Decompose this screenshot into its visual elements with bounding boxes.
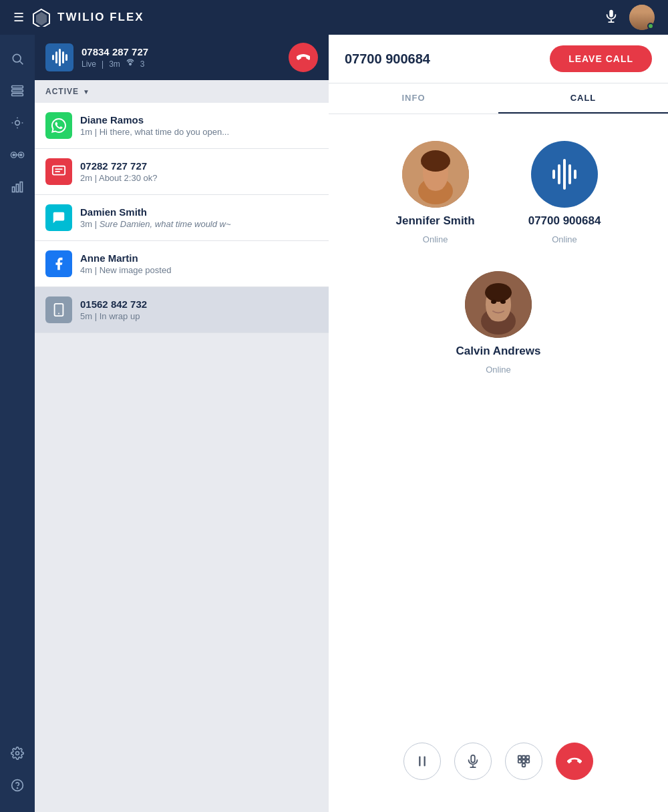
participant-status-calvin: Online bbox=[486, 365, 511, 375]
task-preview: 4m | New image posted bbox=[80, 265, 318, 275]
nav-item-settings[interactable] bbox=[4, 740, 31, 767]
task-item[interactable]: 01562 842 732 5m | In wrap up bbox=[35, 287, 329, 333]
logo-area: TWILIO FLEX bbox=[32, 8, 144, 27]
task-name: 01562 842 732 bbox=[80, 298, 318, 310]
nav-item-quality[interactable] bbox=[4, 142, 31, 168]
main-layout: 07834 287 727 Live | 3m 3 bbox=[0, 35, 668, 812]
task-preview: 1m | Hi there, what time do you open... bbox=[80, 127, 318, 137]
svg-rect-8 bbox=[12, 89, 23, 91]
whatsapp-icon bbox=[45, 112, 72, 139]
participant-name-wave: 07700 900684 bbox=[528, 214, 601, 228]
call-phone-number: 07700 900684 bbox=[345, 51, 430, 67]
tab-call[interactable]: CALL bbox=[498, 83, 668, 114]
svg-point-5 bbox=[13, 54, 21, 62]
keypad-button[interactable] bbox=[505, 743, 542, 780]
wave-avatar-animation bbox=[552, 159, 576, 190]
participant-jennifer: Jennifer Smith Online bbox=[396, 141, 475, 244]
nav-item-search[interactable] bbox=[4, 45, 31, 72]
nav-item-insights[interactable] bbox=[4, 110, 31, 136]
task-item[interactable]: 07282 727 727 2m | About 2:30 ok? bbox=[35, 149, 329, 195]
task-name: Anne Martin bbox=[80, 252, 318, 264]
task-content: Anne Martin 4m | New image posted bbox=[80, 252, 318, 275]
svg-rect-16 bbox=[13, 187, 15, 192]
svg-rect-9 bbox=[12, 93, 23, 95]
pause-button[interactable] bbox=[403, 743, 441, 780]
participant-status-wave: Online bbox=[552, 234, 577, 244]
panel-tabs: INFO CALL bbox=[329, 83, 668, 114]
svg-rect-47 bbox=[518, 760, 522, 763]
active-call-meta: Live | 3m 3 bbox=[81, 59, 281, 69]
leave-call-button[interactable]: LEAVE CALL bbox=[550, 45, 652, 72]
participants-row: Jennifer Smith Online 07700 9 bbox=[396, 141, 601, 244]
participant-status-jennifer: Online bbox=[423, 234, 448, 244]
jennifer-photo bbox=[402, 141, 469, 208]
participant-wave: 07700 900684 Online bbox=[528, 141, 601, 244]
svg-rect-7 bbox=[12, 86, 23, 88]
call-wave-icon bbox=[45, 43, 73, 71]
header-right bbox=[604, 5, 655, 30]
participant-avatar-calvin bbox=[465, 271, 532, 338]
active-call-info: 07834 287 727 Live | 3m 3 bbox=[81, 46, 281, 69]
filter-dropdown-arrow[interactable]: ▼ bbox=[83, 88, 90, 95]
tasks-panel: 07834 287 727 Live | 3m 3 bbox=[35, 35, 329, 812]
task-name: Diane Ramos bbox=[80, 114, 318, 126]
task-item[interactable]: Damien Smith 3m | Sure Damien, what time… bbox=[35, 195, 329, 241]
task-item[interactable]: Anne Martin 4m | New image posted bbox=[35, 241, 329, 287]
task-content: 07282 727 727 2m | About 2:30 ok? bbox=[80, 160, 318, 183]
participant-name-jennifer: Jennifer Smith bbox=[396, 214, 475, 228]
svg-rect-50 bbox=[522, 764, 526, 767]
task-item[interactable]: Diane Ramos 1m | Hi there, what time do … bbox=[35, 103, 329, 149]
menu-icon[interactable]: ☰ bbox=[13, 10, 24, 25]
svg-point-36 bbox=[485, 283, 512, 302]
call-controls bbox=[387, 727, 609, 796]
task-name: 07282 727 727 bbox=[80, 160, 318, 172]
svg-point-37 bbox=[491, 300, 496, 304]
svg-line-6 bbox=[20, 61, 23, 65]
task-filter: ACTIVE ▼ bbox=[35, 80, 329, 103]
svg-rect-18 bbox=[20, 182, 22, 192]
hangup-button[interactable] bbox=[556, 743, 593, 780]
call-content: Jennifer Smith Online 07700 9 bbox=[329, 114, 668, 812]
task-content: Damien Smith 3m | Sure Damien, what time… bbox=[80, 206, 318, 229]
task-list: Diane Ramos 1m | Hi there, what time do … bbox=[35, 103, 329, 812]
tab-info[interactable]: INFO bbox=[329, 83, 498, 114]
participant-name-calvin: Calvin Andrews bbox=[456, 345, 541, 358]
svg-rect-46 bbox=[526, 756, 530, 759]
user-avatar[interactable] bbox=[629, 5, 655, 30]
active-call-bar: 07834 287 727 Live | 3m 3 bbox=[35, 35, 329, 80]
participant-calvin: Calvin Andrews Online bbox=[456, 271, 541, 375]
app-title: TWILIO FLEX bbox=[57, 11, 144, 24]
svg-rect-48 bbox=[522, 760, 526, 763]
mute-button[interactable] bbox=[454, 743, 492, 780]
nav-item-analytics[interactable] bbox=[4, 174, 31, 200]
online-status-dot bbox=[647, 23, 654, 29]
svg-rect-45 bbox=[522, 756, 526, 759]
active-call-number: 07834 287 727 bbox=[81, 46, 281, 57]
svg-point-22 bbox=[129, 63, 131, 65]
right-panel: 07700 900684 LEAVE CALL INFO CALL bbox=[329, 35, 668, 812]
microphone-icon[interactable] bbox=[604, 9, 619, 27]
twilio-logo-icon bbox=[32, 8, 51, 27]
sms-icon bbox=[45, 158, 72, 185]
participant-avatar-wave bbox=[531, 141, 598, 208]
right-panel-header: 07700 900684 LEAVE CALL bbox=[329, 35, 668, 83]
call-status: Live bbox=[81, 59, 96, 69]
svg-point-10 bbox=[15, 121, 20, 126]
wave-animation bbox=[52, 49, 67, 66]
svg-point-19 bbox=[16, 752, 19, 755]
calvin-photo bbox=[465, 271, 532, 338]
call-duration: 3m bbox=[109, 59, 120, 69]
facebook-icon bbox=[45, 250, 72, 277]
participant-avatar-jennifer bbox=[402, 141, 469, 208]
header-left: ☰ TWILIO FLEX bbox=[13, 8, 144, 27]
nav-item-tasks[interactable] bbox=[4, 77, 31, 104]
nav-item-help[interactable] bbox=[4, 772, 31, 799]
task-preview: 2m | About 2:30 ok? bbox=[80, 173, 318, 183]
svg-rect-23 bbox=[53, 166, 65, 175]
svg-marker-1 bbox=[36, 12, 47, 25]
end-call-button[interactable] bbox=[289, 43, 318, 72]
call-participants-count: 3 bbox=[140, 59, 145, 69]
top-header: ☰ TWILIO FLEX bbox=[0, 0, 668, 35]
svg-point-15 bbox=[20, 154, 22, 156]
task-content: 01562 842 732 5m | In wrap up bbox=[80, 298, 318, 321]
